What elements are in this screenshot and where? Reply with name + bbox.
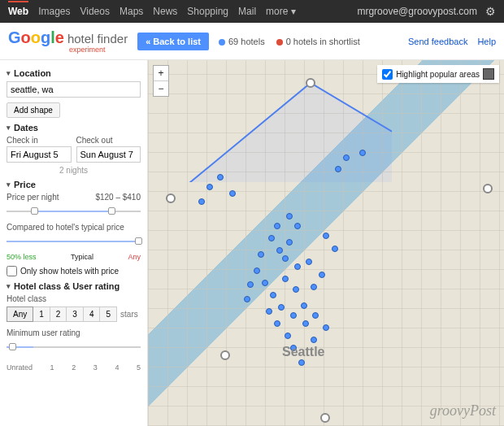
hotel-marker[interactable] [290,312,297,319]
topbar-item[interactable]: Maps [119,6,143,17]
checkin-input[interactable] [7,146,72,163]
hotel-marker[interactable] [268,235,275,241]
hotel-marker[interactable] [319,272,325,278]
highlight-label: Highlight popular areas [396,70,480,79]
hotel-marker[interactable] [311,284,317,290]
hotel-marker[interactable] [282,255,289,262]
hotel-marker[interactable] [335,166,341,172]
svg-marker-0 [171,83,392,182]
hotel-marker[interactable] [247,281,254,288]
hotel-marker[interactable] [278,304,285,311]
star-filter-3[interactable]: 3 [66,306,84,322]
hotel-marker[interactable] [302,320,309,327]
hotel-marker[interactable] [262,280,268,286]
hotel-marker[interactable] [276,247,283,254]
back-to-list-button[interactable]: « Back to list [137,33,209,50]
topbar-item[interactable]: Shopping [187,6,228,17]
shape-handle[interactable] [220,350,230,360]
hotel-marker[interactable] [359,150,366,156]
hotel-marker[interactable] [293,286,299,293]
topbar-item[interactable]: Web [8,1,28,17]
watermark: groovyPost [430,402,496,419]
rating-slider[interactable] [7,342,141,352]
hotel-marker[interactable] [298,359,305,366]
topbar-item[interactable]: Videos [80,6,109,17]
checkin-label: Check in [7,136,72,145]
hotel-marker[interactable] [286,239,293,246]
hotel-marker[interactable] [343,154,350,161]
shape-handle[interactable] [166,193,176,203]
star-filter-4[interactable]: 4 [83,306,101,322]
add-shape-button[interactable]: Add shape [7,102,60,118]
star-filter-2[interactable]: 2 [50,306,67,322]
logo: Google hotel finder experiment [8,28,128,54]
topbar-item[interactable]: Mail [238,6,256,17]
hotel-class-label: Hotel class [7,294,141,303]
hotel-marker[interactable] [206,184,213,190]
location-input[interactable] [7,81,141,98]
nights-label: 2 nights [7,166,141,175]
topbar-item[interactable]: more ▾ [266,6,296,17]
topbar-item[interactable]: Images [38,6,70,17]
section-rating[interactable]: Hotel class & User rating [7,281,141,291]
hotel-marker[interactable] [258,251,264,258]
hotel-marker[interactable] [301,302,307,309]
only-with-price-checkbox[interactable] [7,266,17,276]
hotel-marker[interactable] [332,246,338,252]
city-label: Seattle [282,345,324,359]
price-range: $120 – $410 [95,193,141,202]
hotel-marker[interactable] [244,296,250,302]
hotel-marker[interactable] [294,223,301,229]
hotel-marker[interactable] [266,308,272,315]
hotel-marker[interactable] [254,267,260,274]
hotel-marker[interactable] [311,337,317,343]
gear-icon[interactable]: ⚙ [485,5,496,18]
price-slider[interactable] [7,206,141,216]
compared-label: Compared to hotel's typical price [7,223,141,232]
hotel-marker[interactable] [198,198,205,205]
hotel-marker[interactable] [274,223,280,229]
min-rating-label: Minimum user rating [7,328,141,337]
hotel-marker[interactable] [306,259,312,265]
hotel-marker[interactable] [270,292,276,298]
shape-handle[interactable] [306,78,315,88]
hotel-marker[interactable] [285,333,291,339]
shape-handle[interactable] [320,413,330,423]
highlight-toggle-icon[interactable] [483,68,494,80]
hotel-marker[interactable] [323,324,329,331]
only-with-price-label: Only show hotels with price [20,267,119,276]
hotel-marker[interactable] [274,320,280,327]
hotel-marker[interactable] [294,263,301,270]
section-location[interactable]: Location [7,68,141,78]
shape-handle[interactable] [483,184,493,193]
shortlist-count: 0 hotels in shortlist [276,37,360,46]
star-filter-1[interactable]: 1 [33,306,50,322]
section-price[interactable]: Price [7,180,141,189]
map-canvas[interactable]: + − Highlight popular areas Seattle groo… [148,60,504,426]
topbar-item[interactable]: News [153,6,177,17]
section-dates[interactable]: Dates [7,123,141,133]
checkout-input[interactable] [76,146,141,163]
checkout-label: Check out [76,136,141,145]
star-filter-5[interactable]: 5 [99,306,117,322]
hotel-marker[interactable] [312,312,319,319]
send-feedback-link[interactable]: Send feedback [408,37,467,46]
help-link[interactable]: Help [477,37,496,46]
hotel-marker[interactable] [323,233,329,239]
star-filter-any[interactable]: Any [7,306,33,322]
hotel-marker[interactable] [229,190,236,197]
hotel-marker[interactable] [282,276,289,282]
hotel-marker[interactable] [286,213,293,220]
price-per-night-label: Price per night [7,193,59,202]
hotels-count: 69 hotels [219,37,265,46]
hotel-marker[interactable] [217,174,224,180]
user-email[interactable]: mrgroove@groovypost.com [357,6,477,17]
compare-slider[interactable] [7,237,141,246]
